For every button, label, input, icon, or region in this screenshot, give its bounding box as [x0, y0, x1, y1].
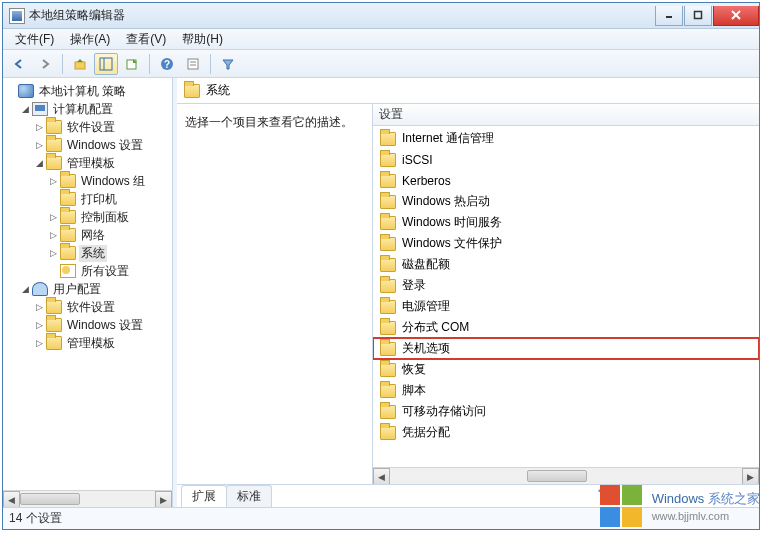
list-item[interactable]: 脚本 [373, 380, 759, 401]
scroll-right-icon[interactable]: ▶ [155, 491, 172, 507]
items-list[interactable]: Internet 通信管理iSCSIKerberosWindows 热启动Win… [373, 126, 759, 467]
list-item-label: Internet 通信管理 [402, 130, 494, 147]
list-item[interactable]: 恢复 [373, 359, 759, 380]
folder-icon [380, 300, 396, 314]
tree-network[interactable]: 网络 [79, 227, 107, 244]
status-text: 14 个设置 [9, 510, 62, 527]
menu-file[interactable]: 文件(F) [7, 29, 62, 50]
folder-icon [380, 321, 396, 335]
scroll-thumb[interactable] [527, 470, 587, 482]
window-title: 本地组策略编辑器 [29, 7, 654, 24]
close-button[interactable] [713, 6, 759, 26]
list-item[interactable]: 电源管理 [373, 296, 759, 317]
folder-icon [380, 174, 396, 188]
watermark-suffix: 系统之家 [708, 491, 760, 506]
folder-icon [46, 138, 62, 152]
tree-windows-settings[interactable]: Windows 设置 [65, 137, 145, 154]
list-item-label: Windows 热启动 [402, 193, 490, 210]
tree-software-settings[interactable]: 软件设置 [65, 119, 117, 136]
menu-help[interactable]: 帮助(H) [174, 29, 231, 50]
scroll-left-icon[interactable]: ◀ [3, 491, 20, 507]
expander-closed-icon[interactable]: ▷ [47, 175, 59, 187]
tree-printers[interactable]: 打印机 [79, 191, 119, 208]
tree-admin-templates[interactable]: 管理模板 [65, 155, 117, 172]
menubar: 文件(F) 操作(A) 查看(V) 帮助(H) [3, 29, 759, 50]
tree-icon [99, 57, 113, 71]
tree-software-settings2[interactable]: 软件设置 [65, 299, 117, 316]
export-button[interactable] [120, 53, 144, 75]
items-hscrollbar[interactable]: ◀ ▶ [373, 467, 759, 484]
list-item[interactable]: 磁盘配额 [373, 254, 759, 275]
list-item[interactable]: Internet 通信管理 [373, 128, 759, 149]
folder-icon [46, 120, 62, 134]
tab-standard[interactable]: 标准 [226, 485, 272, 507]
list-item[interactable]: Windows 时间服务 [373, 212, 759, 233]
titlebar[interactable]: 本地组策略编辑器 [3, 3, 759, 29]
maximize-button[interactable] [684, 6, 712, 26]
column-header-label: 设置 [379, 106, 403, 123]
watermark-url: www.bjjmlv.com [652, 510, 729, 522]
toolbar-sep [62, 54, 63, 74]
expander-open-icon[interactable]: ◢ [19, 283, 31, 295]
description-text: 选择一个项目来查看它的描述。 [185, 115, 353, 129]
expander-closed-icon[interactable]: ▷ [47, 211, 59, 223]
scroll-right-icon[interactable]: ▶ [742, 468, 759, 484]
help-button[interactable]: ? [155, 53, 179, 75]
list-item[interactable]: Windows 文件保护 [373, 233, 759, 254]
list-item[interactable]: 关机选项 [373, 338, 759, 359]
tree-all-settings[interactable]: 所有设置 [79, 263, 131, 280]
expander-closed-icon[interactable]: ▷ [47, 229, 59, 241]
tree-system[interactable]: 系统 [79, 245, 107, 262]
expander-closed-icon[interactable]: ▷ [33, 319, 45, 331]
expander-closed-icon[interactable]: ▷ [33, 301, 45, 313]
list-item[interactable]: 登录 [373, 275, 759, 296]
tree-windows-components[interactable]: Windows 组 [79, 173, 147, 190]
tree-user-config[interactable]: 用户配置 [51, 281, 103, 298]
list-item[interactable]: 分布式 COM [373, 317, 759, 338]
list-item-label: 可移动存储访问 [402, 403, 486, 420]
tree-control-panel[interactable]: 控制面板 [79, 209, 131, 226]
tree-computer-config[interactable]: 计算机配置 [51, 101, 115, 118]
scroll-left-icon[interactable]: ◀ [373, 468, 390, 484]
list-item[interactable]: iSCSI [373, 149, 759, 170]
properties-button[interactable] [181, 53, 205, 75]
list-item-label: 脚本 [402, 382, 426, 399]
back-button[interactable] [7, 53, 31, 75]
column-header-settings[interactable]: 设置 [373, 104, 759, 126]
folder-icon [60, 228, 76, 242]
folder-icon [46, 336, 62, 350]
scroll-thumb[interactable] [20, 493, 80, 505]
up-button[interactable] [68, 53, 92, 75]
list-item-label: 电源管理 [402, 298, 450, 315]
export-icon [125, 57, 139, 71]
menu-view[interactable]: 查看(V) [118, 29, 174, 50]
filter-button[interactable] [216, 53, 240, 75]
list-item[interactable]: 可移动存储访问 [373, 401, 759, 422]
tree-hscrollbar[interactable]: ◀ ▶ [3, 490, 172, 507]
all-settings-icon [60, 264, 76, 278]
forward-button[interactable] [33, 53, 57, 75]
menu-action[interactable]: 操作(A) [62, 29, 118, 50]
tree-windows-settings2[interactable]: Windows 设置 [65, 317, 145, 334]
expander-closed-icon[interactable]: ▷ [33, 139, 45, 151]
expander-open-icon[interactable]: ◢ [33, 157, 45, 169]
tab-extended[interactable]: 扩展 [181, 485, 227, 507]
svg-rect-4 [75, 62, 85, 69]
tree-pane[interactable]: 本地计算机 策略 ◢ 计算机配置 ▷ 软件设置 ▷ Windows 设置 [3, 78, 173, 507]
expander-open-icon[interactable]: ◢ [19, 103, 31, 115]
tree-admin-templates2[interactable]: 管理模板 [65, 335, 117, 352]
expander-closed-icon[interactable]: ▷ [47, 247, 59, 259]
toolbar: ? [3, 50, 759, 78]
list-item[interactable]: Kerberos [373, 170, 759, 191]
expander-closed-icon[interactable]: ▷ [33, 121, 45, 133]
list-item-label: 登录 [402, 277, 426, 294]
list-item[interactable]: Windows 热启动 [373, 191, 759, 212]
path-header: 系统 [177, 78, 759, 104]
minimize-button[interactable] [655, 6, 683, 26]
list-item-label: Windows 时间服务 [402, 214, 502, 231]
tree-root[interactable]: 本地计算机 策略 [37, 83, 128, 100]
svg-rect-10 [188, 59, 198, 69]
expander-closed-icon[interactable]: ▷ [33, 337, 45, 349]
show-tree-button[interactable] [94, 53, 118, 75]
list-item[interactable]: 凭据分配 [373, 422, 759, 443]
